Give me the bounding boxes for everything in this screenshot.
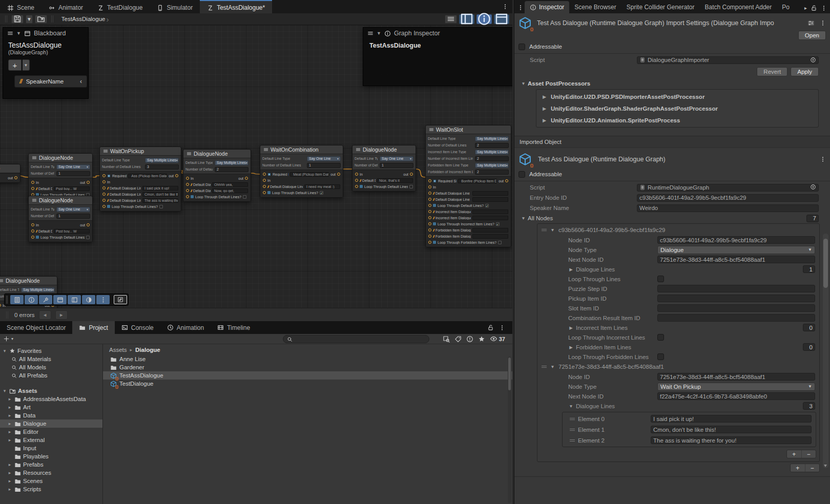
drag-handle-icon[interactable] xyxy=(542,229,547,231)
addressable-checkbox[interactable] xyxy=(518,44,525,50)
save-options-caret[interactable]: ▾ xyxy=(26,15,33,24)
tree-item-resources[interactable]: ▸Resources xyxy=(0,469,102,477)
tab-animation[interactable]: Animation xyxy=(160,321,211,334)
tree-item-art[interactable]: ▸Art xyxy=(0,403,102,411)
out-port[interactable] xyxy=(505,179,508,182)
node-dropdown[interactable]: Say One Line▾ xyxy=(56,207,90,212)
value-port[interactable] xyxy=(102,174,106,177)
node-group-header[interactable]: ▼c93b5606-401f-49a2-99b5-9ecbf1fa9c29 xyxy=(537,225,819,235)
toggle-blackboard-button[interactable] xyxy=(459,14,474,24)
tree-item-scripts[interactable]: ▸Scripts xyxy=(0,485,102,493)
graph-tools-button[interactable] xyxy=(39,295,52,304)
in-port[interactable] xyxy=(102,180,106,183)
next-error-button[interactable]: ► xyxy=(55,310,68,320)
node-group-header[interactable]: ▼7251e73e-38d3-44ff-a8c5-bcf54088aaf1 xyxy=(537,362,819,372)
list-element[interactable]: Element 2The ass is waiting there for yo… xyxy=(563,435,816,446)
line-field[interactable]: The ass is waiting there for y xyxy=(142,198,178,203)
node-title[interactable]: DialogueNode xyxy=(29,196,92,205)
line-field[interactable]: Cmon, don't be like this! xyxy=(142,192,178,197)
doc-tab-testdialogue[interactable]: TestDialogue xyxy=(90,0,150,13)
graph-node-waitonslot[interactable]: WaitOnSlotDefault Line TypeSay Multiple … xyxy=(425,125,511,247)
in-port[interactable] xyxy=(263,179,266,182)
out-port[interactable] xyxy=(87,223,90,226)
graph-options-dropdown[interactable] xyxy=(445,15,457,24)
toggle-graph-inspector-button[interactable] xyxy=(476,14,492,24)
inspector-kebab-icon[interactable] xyxy=(821,5,827,11)
foldout-closed-icon[interactable]: ▶ xyxy=(542,106,547,111)
in-port[interactable] xyxy=(0,304,1,307)
errors-grip[interactable] xyxy=(6,311,8,319)
node-int-field[interactable]: 3 xyxy=(145,164,179,170)
element-field[interactable]: I said pick it up! xyxy=(651,415,812,423)
element-field[interactable]: The ass is waiting there for you! xyxy=(651,436,812,444)
bool-checkbox[interactable] xyxy=(657,276,664,282)
asset-anne-lise[interactable]: Anne Lise xyxy=(103,355,512,363)
node-checkbox[interactable]: ✓ xyxy=(485,204,489,207)
value-port[interactable] xyxy=(31,187,34,190)
doc-tab-scene[interactable]: Scene xyxy=(0,0,42,13)
blackboard-panel[interactable]: ▼ Blackboard TestAssDialogue (DialogueGr… xyxy=(3,27,89,99)
element-field[interactable]: Cmon, don't be like this! xyxy=(651,426,812,433)
text-field[interactable]: f22a475e-4c2f-41c6-9b73-6a83498abfe0 xyxy=(657,392,815,400)
pane-kebab-icon[interactable] xyxy=(517,5,524,11)
toggle-minimap-button[interactable] xyxy=(494,14,509,24)
line-field[interactable] xyxy=(472,216,508,220)
postprocessor-item[interactable]: ▶UnityEditor.U2D.PSD.PSDImporterAssetPos… xyxy=(536,91,818,102)
value-port[interactable] xyxy=(355,185,358,188)
node-dropdown[interactable]: Say Multiple Lines▾ xyxy=(215,160,248,165)
asset-testdialogue[interactable]: {}TestDialogue xyxy=(103,380,512,388)
toolbar-grip-2[interactable] xyxy=(51,15,53,23)
node-dropdown[interactable]: Say One Line▾ xyxy=(380,156,413,161)
object-field[interactable]: Meat (Pickup Item Data) xyxy=(290,172,329,177)
value-port[interactable] xyxy=(428,216,431,219)
value-port[interactable] xyxy=(186,195,189,198)
node-dropdown[interactable]: Say Multiple Lines▾ xyxy=(145,158,179,163)
presets-icon[interactable] xyxy=(807,19,815,27)
show-in-project-button[interactable] xyxy=(35,15,47,24)
tab-console[interactable]: Console xyxy=(115,321,160,334)
node-checkbox[interactable] xyxy=(86,236,90,239)
value-port[interactable] xyxy=(186,189,189,192)
asset-testassdialogue[interactable]: {}TestAssDialogue xyxy=(103,371,512,380)
node-library-button[interactable] xyxy=(10,295,24,304)
tree-item-dialogue[interactable]: ▸Dialogue xyxy=(0,419,102,428)
value-port[interactable] xyxy=(102,186,106,190)
tree-item-addressableassetsdata[interactable]: ▸AddressableAssetsData xyxy=(0,395,102,403)
node-title[interactable]: DialogueNode xyxy=(183,150,251,158)
node-checkbox[interactable]: ✓ xyxy=(320,191,323,195)
out-port[interactable] xyxy=(410,173,413,176)
search-by-type-icon[interactable] xyxy=(443,335,450,343)
node-title[interactable]: WaitOnCombination xyxy=(260,145,343,154)
graph-node-dialoguenode[interactable]: DialogueNodeDefault Line TypeSay One Lin… xyxy=(28,196,93,242)
node-dropdown[interactable]: Say One Line▾ xyxy=(307,156,341,161)
value-port[interactable] xyxy=(428,204,431,207)
text-field[interactable]: c93b5606-401f-49a2-99b5-9ecbf1fa9c29 xyxy=(637,194,819,202)
drag-handle-icon[interactable] xyxy=(542,366,547,368)
graph-canvas[interactable]: StartNodeconnectionsoutDialogueNodeDefau… xyxy=(0,25,512,308)
value-port[interactable] xyxy=(428,198,431,201)
lock-icon[interactable] xyxy=(811,5,817,11)
breadcrumb-assets[interactable]: Assets xyxy=(109,347,127,353)
favorite-all-models[interactable]: All Models xyxy=(0,363,102,371)
node-dropdown[interactable]: Say Multiple Lines▾ xyxy=(475,163,509,168)
value-port[interactable] xyxy=(428,192,431,195)
text-field[interactable]: 7251e73e-38d3-44ff-a8c5-bcf54088aaf1 xyxy=(657,256,815,263)
collapse-triangle-icon[interactable]: ▼ xyxy=(377,31,381,36)
save-graph-button[interactable] xyxy=(11,15,24,24)
in-port[interactable] xyxy=(31,181,34,184)
value-port[interactable] xyxy=(186,183,189,186)
script-field[interactable]: DialogueGraphImporter xyxy=(637,56,819,64)
value-port[interactable] xyxy=(31,229,34,233)
inspector-scrollbar[interactable] xyxy=(823,234,828,468)
graph-node-waitonpickup[interactable]: WaitOnPickupDefault Line TypeSay Multipl… xyxy=(99,146,181,212)
value-port[interactable] xyxy=(428,210,431,213)
value-port[interactable] xyxy=(263,173,266,176)
add-variable-caret[interactable]: ▼ xyxy=(23,59,30,71)
node-int-field[interactable]: 2 xyxy=(475,143,509,148)
tab-scene-object-locator[interactable]: Scene Object Locator xyxy=(0,321,72,334)
apply-button[interactable]: Apply xyxy=(791,67,819,76)
doc-tab-simulator[interactable]: Simulator xyxy=(150,0,200,13)
graph-node-dialoguenode[interactable]: DialogueNodeDefault Line TypeSay One Lin… xyxy=(28,153,93,200)
search-input[interactable] xyxy=(295,336,425,342)
line-field[interactable]: Ohhhh yea, xyxy=(212,182,248,187)
